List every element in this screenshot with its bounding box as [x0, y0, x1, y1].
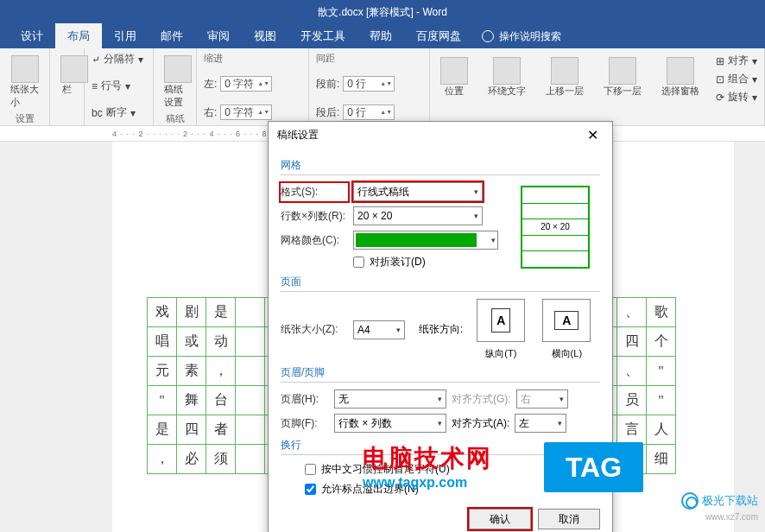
tab-dev[interactable]: 开发工具	[288, 23, 357, 49]
ribbon-body: 纸张大小 设置 栏 ⤶ 分隔符 ▾ ≡ 行号 ▾ bc 断字 ▾ 稿纸设置 稿纸…	[0, 48, 765, 126]
rotate-button[interactable]: ⟳ 旋转 ▾	[716, 90, 757, 104]
fold-checkbox[interactable]	[353, 256, 364, 268]
tab-help[interactable]: 帮助	[357, 23, 404, 49]
tab-design[interactable]: 设计	[9, 23, 55, 49]
tab-layout[interactable]: 布局	[55, 23, 102, 49]
hyphenation-button[interactable]: bc 断字 ▾	[92, 105, 146, 120]
grid-cell: 台	[206, 386, 236, 415]
tab-review[interactable]: 审阅	[195, 23, 242, 49]
grid-cell	[236, 298, 265, 327]
backward-icon	[609, 57, 636, 85]
section-grid: 网格	[281, 158, 600, 175]
bulb-icon	[482, 30, 494, 42]
header-combo[interactable]: 无▾	[334, 390, 446, 408]
tab-baidu[interactable]: 百度网盘	[404, 23, 473, 49]
selection-pane-button[interactable]: 选择窗格	[658, 54, 703, 101]
ok-button[interactable]: 确认	[469, 509, 531, 529]
color-swatch	[356, 233, 477, 247]
grid-cell: 四	[177, 415, 206, 445]
section-page: 页面	[281, 275, 600, 292]
landscape-button[interactable]: A	[542, 299, 591, 342]
page-size-button[interactable]: 纸张大小	[7, 52, 42, 112]
grid-cell: "	[647, 386, 676, 415]
columns-button[interactable]: 栏	[57, 52, 77, 99]
grid-preview: 20 × 20	[521, 186, 590, 269]
selection-icon	[667, 57, 694, 85]
grid-cell	[236, 386, 265, 415]
line-numbers-button[interactable]: ≡ 行号 ▾	[92, 79, 146, 93]
grid-cell: 素	[177, 357, 206, 386]
grid-cell	[236, 415, 265, 445]
grid-cell: 唱	[148, 327, 177, 357]
grid-cell: 动	[206, 327, 236, 357]
page-icon	[11, 55, 39, 83]
indent-left-spinner[interactable]: 0 字符▲▼	[220, 76, 272, 92]
grid-cell: 、	[617, 445, 647, 474]
cancel-button[interactable]: 取消	[538, 509, 600, 529]
gaozhi-button[interactable]: 稿纸设置	[161, 52, 189, 112]
after-label: 段后:	[316, 105, 339, 120]
cjk-checkbox[interactable]	[305, 464, 316, 475]
grid-cell: 员	[617, 386, 647, 415]
grid-cell: 必	[177, 445, 206, 474]
cjk-label: 按中文习惯控制首尾字符(U)	[321, 462, 450, 477]
halign-label: 对齐方式(G):	[452, 392, 511, 407]
section-headerfooter: 页眉/页脚	[281, 365, 600, 383]
group-label-gaozhi: 稿纸	[161, 112, 189, 125]
header-label: 页眉(H):	[281, 392, 329, 407]
position-button[interactable]: 位置	[437, 54, 471, 101]
tab-reference[interactable]: 引用	[102, 23, 149, 49]
gaozhi-dialog: 稿纸设置 ✕ 网格 格式(S): 行线式稿纸▾ 行数×列数(R): 20 × 2…	[268, 121, 613, 532]
after-spinner[interactable]: 0 行▲▼	[343, 104, 395, 120]
grid-cell: 舞	[177, 386, 206, 415]
indent-right-label: 右:	[204, 105, 217, 120]
forward-icon	[551, 57, 578, 85]
color-label: 网格颜色(C):	[281, 233, 348, 248]
portrait-button[interactable]: A	[477, 299, 525, 342]
portrait-label: 纵向(T)	[477, 347, 525, 360]
align-button[interactable]: ⊞ 对齐 ▾	[716, 54, 757, 68]
paper-combo[interactable]: A4▾	[353, 320, 405, 339]
grid-cell: 或	[177, 327, 206, 357]
grid-cell: 者	[206, 415, 236, 445]
group-label-setup: 设置	[7, 112, 42, 125]
grid-cell: 元	[148, 357, 177, 386]
send-backward-button[interactable]: 下移一层	[600, 54, 645, 101]
wrap-button[interactable]: 环绕文字	[484, 54, 529, 101]
indent-left-label: 左:	[204, 77, 217, 92]
grid-cell: 、	[617, 298, 647, 327]
dialog-title: 稿纸设置	[277, 128, 319, 142]
grid-cell: ，	[148, 445, 177, 474]
format-combo[interactable]: 行线式稿纸▾	[353, 182, 483, 201]
close-icon[interactable]: ✕	[582, 125, 604, 145]
grid-cell: 须	[206, 445, 236, 474]
tab-mail[interactable]: 邮件	[149, 23, 195, 49]
indent-header: 缩进	[204, 52, 301, 65]
grid-cell: 四	[617, 327, 647, 357]
paper-label: 纸张大小(Z):	[281, 322, 348, 337]
landscape-label: 横向(L)	[542, 347, 591, 360]
group-button[interactable]: ⊡ 组合 ▾	[716, 72, 757, 86]
grid-cell: 、	[617, 357, 647, 386]
grid-cell: 个	[647, 327, 676, 357]
grid-cell: 戏	[148, 298, 177, 327]
footer-label: 页脚(F):	[281, 416, 329, 431]
spacing-header: 间距	[316, 52, 422, 65]
indent-right-spinner[interactable]: 0 字符▲▼	[220, 104, 272, 120]
tab-view[interactable]: 视图	[242, 23, 288, 49]
footer-combo[interactable]: 行数 × 列数▾	[334, 414, 446, 433]
breaks-button[interactable]: ⤶ 分隔符 ▾	[92, 52, 146, 66]
orient-label: 纸张方向:	[419, 322, 463, 337]
window-title: 散文.docx [兼容模式] - Word	[0, 0, 765, 24]
grid-cell: 人	[647, 415, 676, 445]
falign-combo[interactable]: 左▾	[515, 414, 566, 433]
color-combo[interactable]: ▾	[353, 231, 498, 250]
punct-checkbox[interactable]	[305, 484, 316, 495]
bring-forward-button[interactable]: 上移一层	[542, 54, 587, 101]
jg-url: www.xz7.com	[705, 512, 758, 522]
before-spinner[interactable]: 0 行▲▼	[343, 76, 395, 92]
tell-me-search[interactable]: 操作说明搜索	[482, 29, 561, 44]
rows-combo[interactable]: 20 × 20▾	[353, 206, 483, 225]
before-label: 段前:	[316, 77, 339, 92]
position-icon	[440, 57, 468, 85]
